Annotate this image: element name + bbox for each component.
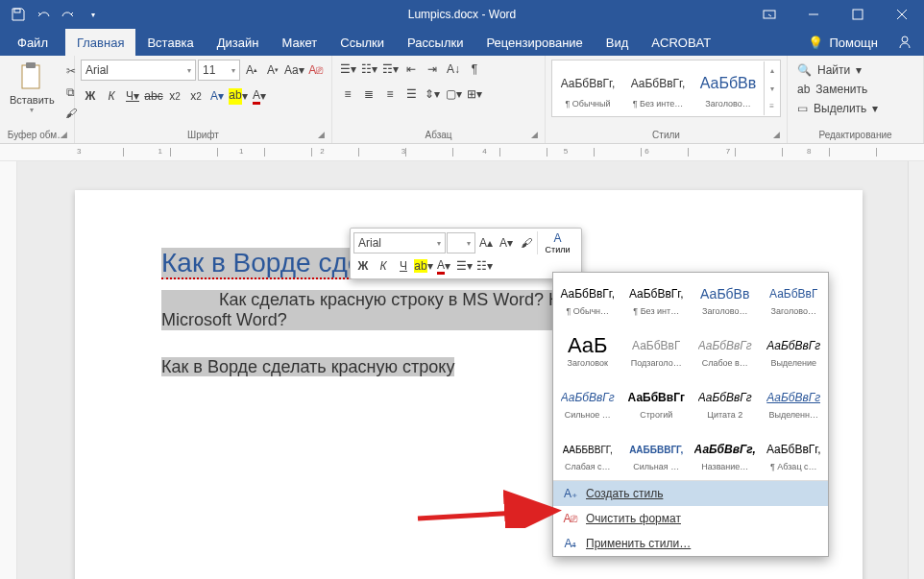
tab-home[interactable]: Главная: [65, 29, 135, 56]
borders-icon[interactable]: ⊞▾: [465, 84, 484, 104]
tab-references[interactable]: Ссылки: [328, 29, 396, 56]
tab-view[interactable]: Вид: [595, 29, 641, 56]
create-style-action[interactable]: A₊ Создать стиль: [553, 481, 828, 506]
increase-indent-icon[interactable]: ⇥: [423, 60, 442, 79]
popup-style-6[interactable]: АаБбВвГгСлабое в…: [691, 325, 760, 376]
tab-file[interactable]: Файл: [0, 29, 65, 56]
font-size-combo[interactable]: 11▾: [198, 60, 240, 81]
replace-button[interactable]: abЗаменить: [793, 81, 882, 98]
mini-shrink-icon[interactable]: A▾: [497, 233, 516, 253]
vertical-scrollbar[interactable]: [908, 161, 924, 579]
popup-style-4[interactable]: АаБЗаголовок: [553, 325, 622, 376]
align-center-icon[interactable]: ≣: [359, 84, 378, 104]
mini-numbering-icon[interactable]: ☷▾: [474, 256, 494, 276]
mini-font-color-icon[interactable]: A▾: [434, 256, 453, 276]
mini-bullets-icon[interactable]: ☰▾: [454, 256, 474, 276]
ribbon-options-icon[interactable]: [747, 0, 791, 29]
vertical-ruler[interactable]: [0, 161, 17, 579]
qat-customize-icon[interactable]: ▾: [83, 4, 104, 25]
popup-style-1[interactable]: АаБбВвГг,¶ Без инт…: [622, 273, 692, 325]
clear-formatting-icon[interactable]: A⎚: [306, 60, 326, 80]
tab-mailings[interactable]: Рассылки: [396, 29, 474, 56]
sort-icon[interactable]: A↓: [444, 60, 463, 79]
minimize-icon[interactable]: [791, 0, 836, 29]
popup-style-8[interactable]: АаБбВвГгСильное …: [553, 376, 622, 428]
styles-launcher-icon[interactable]: ◢: [773, 130, 785, 141]
maximize-icon[interactable]: [836, 0, 880, 29]
styles-row-up-icon[interactable]: ▴: [765, 61, 779, 80]
popup-style-10[interactable]: АаБбВвГгЦитата 2: [691, 376, 760, 428]
style-heading1[interactable]: АаБбВв Заголово…: [693, 61, 763, 115]
styles-gallery[interactable]: АаБбВвГг, ¶ Обычный АаБбВвГг, ¶ Без инте…: [551, 60, 781, 117]
underline-button[interactable]: Ч▾: [123, 86, 142, 106]
save-icon[interactable]: [8, 4, 29, 25]
numbering-icon[interactable]: ☷▾: [359, 60, 378, 79]
style-normal[interactable]: АаБбВвГг, ¶ Обычный: [553, 61, 622, 115]
align-right-icon[interactable]: ≡: [380, 84, 400, 104]
popup-style-7[interactable]: АаБбВвГгВыделение: [760, 325, 829, 376]
multilevel-icon[interactable]: ☶▾: [380, 60, 400, 79]
shrink-font-icon[interactable]: A▾: [263, 60, 282, 80]
popup-style-14[interactable]: АаБбВвГг,Название…: [691, 428, 760, 480]
text-effects-icon[interactable]: A▾: [207, 86, 227, 106]
undo-icon[interactable]: [33, 4, 54, 25]
font-name-combo[interactable]: Arial▾: [81, 60, 196, 81]
clear-format-action[interactable]: A⎚ Очистить формат: [553, 506, 828, 531]
superscript-button[interactable]: x2: [186, 86, 206, 106]
mini-bold[interactable]: Ж: [353, 256, 373, 276]
popup-style-3[interactable]: АаБбВвГЗаголово…: [760, 273, 829, 325]
document-paragraph-2[interactable]: Как в Ворде сделать красную строку: [161, 357, 454, 376]
paragraph-launcher-icon[interactable]: ◢: [531, 130, 543, 141]
close-icon[interactable]: [880, 0, 924, 29]
mini-font-combo[interactable]: Arial▾: [353, 232, 446, 253]
mini-highlight-icon[interactable]: ab▾: [414, 256, 433, 276]
align-left-icon[interactable]: ≡: [338, 84, 357, 104]
popup-style-0[interactable]: АаБбВвГг,¶ Обычн…: [553, 273, 622, 325]
show-marks-icon[interactable]: ¶: [465, 60, 484, 79]
share-icon[interactable]: [886, 29, 924, 56]
shading-icon[interactable]: ▢▾: [444, 84, 463, 104]
tab-acrobat[interactable]: ACROBAT: [640, 29, 722, 56]
popup-style-9[interactable]: АаБбВвГгСтрогий: [622, 376, 692, 428]
find-button[interactable]: 🔍Найти ▾: [793, 61, 882, 79]
tab-layout[interactable]: Макет: [270, 29, 328, 56]
italic-button[interactable]: К: [102, 86, 121, 106]
change-case-icon[interactable]: Aa▾: [284, 60, 304, 80]
bullets-icon[interactable]: ☰▾: [338, 60, 357, 79]
mini-size-combo[interactable]: ▾: [447, 232, 475, 253]
select-button[interactable]: ▭Выделить ▾: [793, 100, 882, 117]
styles-row-down-icon[interactable]: ▾: [765, 80, 779, 98]
popup-style-2[interactable]: АаБбВвЗаголово…: [691, 273, 760, 325]
horizontal-ruler[interactable]: 3112345678: [0, 144, 924, 161]
mini-underline[interactable]: Ч: [394, 256, 413, 276]
font-launcher-icon[interactable]: ◢: [318, 130, 329, 141]
popup-style-5[interactable]: АаБбВвГПодзаголо…: [622, 325, 692, 376]
popup-style-11[interactable]: АаБбВвГгВыделенн…: [760, 376, 829, 428]
style-no-spacing[interactable]: АаБбВвГг, ¶ Без инте…: [623, 61, 693, 115]
subscript-button[interactable]: x2: [165, 86, 184, 106]
clipboard-launcher-icon[interactable]: ◢: [61, 130, 72, 141]
mini-styles-button[interactable]: A Стили: [537, 231, 573, 254]
mini-italic[interactable]: К: [374, 256, 393, 276]
mini-grow-icon[interactable]: A▴: [476, 233, 496, 253]
redo-icon[interactable]: [58, 4, 79, 25]
tab-insert[interactable]: Вставка: [135, 29, 205, 56]
paste-button[interactable]: Вставить ▾: [6, 60, 59, 116]
popup-style-12[interactable]: ААББВВГГ,Слабая с…: [553, 428, 622, 480]
decrease-indent-icon[interactable]: ⇤: [401, 60, 421, 79]
tab-design[interactable]: Дизайн: [206, 29, 271, 56]
font-color-icon[interactable]: A▾: [250, 86, 269, 106]
line-spacing-icon[interactable]: ⇕▾: [423, 84, 442, 104]
strikethrough-button[interactable]: abc: [144, 86, 163, 106]
justify-icon[interactable]: ☰: [401, 84, 421, 104]
highlight-icon[interactable]: ab▾: [229, 86, 248, 106]
tell-me[interactable]: 💡 Помощн: [800, 29, 886, 56]
bold-button[interactable]: Ж: [81, 86, 100, 106]
grow-font-icon[interactable]: A▴: [242, 60, 261, 80]
tab-review[interactable]: Рецензирование: [474, 29, 594, 56]
apply-styles-action[interactable]: A₄ Применить стили…: [553, 531, 828, 556]
styles-more-icon[interactable]: ≡: [765, 97, 779, 115]
popup-style-15[interactable]: АаБбВвГг,¶ Абзац с…: [760, 428, 829, 480]
popup-style-13[interactable]: ААББВВГГ,Сильная …: [622, 428, 692, 480]
mini-format-painter-icon[interactable]: 🖌: [517, 233, 536, 253]
